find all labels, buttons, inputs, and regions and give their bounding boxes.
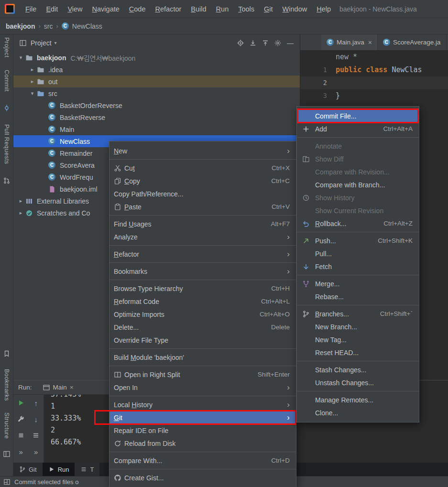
list-icon[interactable] xyxy=(32,431,40,440)
menubar-item-navigate[interactable]: Navigate xyxy=(87,0,124,18)
gear-icon[interactable] xyxy=(273,38,283,48)
menubar-item-view[interactable]: View xyxy=(63,0,87,18)
menu-item-new[interactable]: New› xyxy=(109,144,296,157)
menubar-item-tools[interactable]: Tools xyxy=(233,0,259,18)
bottom-tab-run[interactable]: Run xyxy=(43,463,75,476)
menu-item-rollback[interactable]: Rollback...Ctrl+Alt+Z xyxy=(297,217,419,230)
menubar-item-window[interactable]: Window xyxy=(278,0,312,18)
wrench-icon[interactable] xyxy=(17,415,25,423)
tree-item-basketreverse[interactable]: CBasketReverse xyxy=(13,111,300,123)
expand-all-icon[interactable] xyxy=(248,38,258,48)
tool-strip-button-bookmarks[interactable]: Bookmarks xyxy=(3,369,10,401)
menu-item-copy[interactable]: CopyCtrl+C xyxy=(109,174,296,187)
menu-item-override-file-type[interactable]: Override File Type xyxy=(109,334,296,346)
menubar-item-run[interactable]: Run xyxy=(211,0,234,18)
menu-item-open-in[interactable]: Open In› xyxy=(109,381,296,394)
menu-item-new-tag[interactable]: New Tag... xyxy=(297,333,419,346)
menu-item-copy-path-reference[interactable]: Copy Path/Reference... xyxy=(109,187,296,200)
menu-item-push[interactable]: Push...Ctrl+Shift+K xyxy=(297,234,419,247)
chevron-collapsed-icon[interactable]: ▸ xyxy=(16,198,25,204)
menu-item-local-history[interactable]: Local History› xyxy=(109,398,296,411)
chevron-collapsed-icon[interactable]: ▸ xyxy=(28,78,37,85)
menu-item-pull[interactable]: Pull... xyxy=(297,247,419,260)
breadcrumb-item-src[interactable]: src xyxy=(44,22,53,30)
menu-item-build-module-baekjoon[interactable]: Build Module 'baekjoon' xyxy=(109,351,296,364)
breadcrumb-item-baekjoon[interactable]: baekjoon xyxy=(6,22,35,30)
run-config-tab[interactable]: Main × xyxy=(39,380,77,394)
tree-item-out[interactable]: ▸out xyxy=(13,76,300,87)
tree-item-src[interactable]: ▾src xyxy=(13,87,300,99)
locate-file-icon[interactable] xyxy=(236,38,245,48)
tool-strip-button-pull-requests[interactable]: Pull Requests xyxy=(3,124,10,164)
menu-item-rebase[interactable]: Rebase... xyxy=(297,290,419,303)
hide-panel-icon[interactable]: — xyxy=(285,38,295,48)
menu-item-cut[interactable]: CutCtrl+X xyxy=(109,162,296,174)
menubar-item-edit[interactable]: Edit xyxy=(41,0,63,18)
menubar-item-build[interactable]: Build xyxy=(186,0,211,18)
breadcrumb-item-newclass[interactable]: NewClass xyxy=(72,22,102,30)
arrow-up-icon[interactable]: ↑ xyxy=(32,399,40,407)
editor-tab-scoreaverage-ja[interactable]: CScoreAverage.ja xyxy=(378,34,447,50)
menu-item-repair-ide-on-file[interactable]: Repair IDE on File xyxy=(109,424,296,437)
editor-body[interactable]: new * 1public class NewClas23} xyxy=(300,51,448,102)
close-icon[interactable]: × xyxy=(368,39,372,46)
menu-item-compare-with[interactable]: Compare With...Ctrl+D xyxy=(109,454,296,467)
menu-item-stash-changes[interactable]: Stash Changes... xyxy=(297,363,419,376)
arrow-down-icon[interactable]: ↓ xyxy=(32,415,40,423)
menu-item-commit-file[interactable]: Commit File... xyxy=(297,109,419,122)
more-icon[interactable]: » xyxy=(17,447,25,456)
tool-strip-button-structure[interactable]: Structure xyxy=(3,412,10,439)
menu-item-optimize-imports[interactable]: Optimize ImportsCtrl+Alt+O xyxy=(109,308,296,321)
menu-item-fetch[interactable]: Fetch xyxy=(297,260,419,273)
project-panel-title[interactable]: Project xyxy=(31,39,52,47)
menu-item-refactor[interactable]: Refactor› xyxy=(109,248,296,260)
close-icon[interactable]: × xyxy=(70,384,74,391)
collapse-all-icon[interactable] xyxy=(261,38,270,48)
menu-item-analyze[interactable]: Analyze› xyxy=(109,230,296,243)
menu-item-branches[interactable]: Branches...Ctrl+Shift+` xyxy=(297,307,419,320)
menu-item-add[interactable]: AddCtrl+Alt+A xyxy=(297,122,419,135)
menubar-item-file[interactable]: File xyxy=(21,0,41,18)
editor-tab-main-java[interactable]: CMain.java× xyxy=(321,34,378,50)
menubar-item-help[interactable]: Help xyxy=(312,0,336,18)
bookmark-icon[interactable] xyxy=(3,350,11,357)
menu-item-browse-type-hierarchy[interactable]: Browse Type HierarchyCtrl+H xyxy=(109,282,296,295)
chevron-collapsed-icon[interactable]: ▸ xyxy=(28,66,37,73)
chevron-collapsed-icon[interactable]: ▸ xyxy=(16,210,25,216)
menu-item-git[interactable]: Git› xyxy=(109,411,296,424)
menu-item-paste[interactable]: PasteCtrl+V xyxy=(109,200,296,213)
chevron-expanded-icon[interactable]: ▾ xyxy=(16,54,25,61)
tree-item-idea[interactable]: ▸.idea xyxy=(13,64,300,76)
menu-item-clone[interactable]: Clone... xyxy=(297,406,419,419)
chevron-expanded-icon[interactable]: ▾ xyxy=(28,90,37,97)
tree-item-basketorderreverse[interactable]: CBasketOrderReverse xyxy=(13,99,300,111)
menu-item-reformat-code[interactable]: Reformat CodeCtrl+Alt+L xyxy=(109,295,296,308)
menubar-item-git[interactable]: Git xyxy=(259,0,278,18)
tree-item-baekjoon[interactable]: ▾baekjoonC:₩김연서₩baekjoon xyxy=(13,52,300,64)
tool-strip-button-commit[interactable]: Commit xyxy=(3,70,10,92)
menu-item-compare-with-branch[interactable]: Compare with Branch... xyxy=(297,178,419,191)
menu-item-reload-from-disk[interactable]: Reload from Disk xyxy=(109,437,296,450)
menu-item-open-in-right-split[interactable]: Open in Right SplitShift+Enter xyxy=(109,368,296,381)
menu-item-new-branch[interactable]: New Branch... xyxy=(297,320,419,333)
tool-strip-button-project[interactable]: Project xyxy=(3,37,10,57)
commit-icon[interactable] xyxy=(3,104,11,112)
pull-request-icon[interactable] xyxy=(3,177,11,184)
play-icon[interactable] xyxy=(17,399,25,407)
tree-item-main[interactable]: CMain xyxy=(13,123,300,135)
stop-icon[interactable] xyxy=(17,431,25,440)
menu-item-unstash-changes[interactable]: Unstash Changes... xyxy=(297,376,419,389)
menu-item-bookmarks[interactable]: Bookmarks› xyxy=(109,265,296,278)
grid-icon[interactable] xyxy=(3,450,11,458)
chevron-down-icon[interactable]: ▾ xyxy=(55,40,57,45)
menubar-item-code[interactable]: Code xyxy=(124,0,151,18)
layout-icon[interactable] xyxy=(3,478,11,486)
bottom-tab-t[interactable]: T xyxy=(75,463,99,476)
menubar-item-refactor[interactable]: Refactor xyxy=(151,0,186,18)
menu-item-manage-remotes[interactable]: Manage Remotes... xyxy=(297,393,419,406)
menu-item-find-usages[interactable]: Find UsagesAlt+F7 xyxy=(109,217,296,230)
bottom-tab-git[interactable]: Git xyxy=(13,463,43,476)
menu-item-delete[interactable]: Delete...Delete xyxy=(109,321,296,334)
menu-item-reset-head[interactable]: Reset HEAD... xyxy=(297,346,419,359)
menu-item-merge[interactable]: Merge... xyxy=(297,277,419,290)
